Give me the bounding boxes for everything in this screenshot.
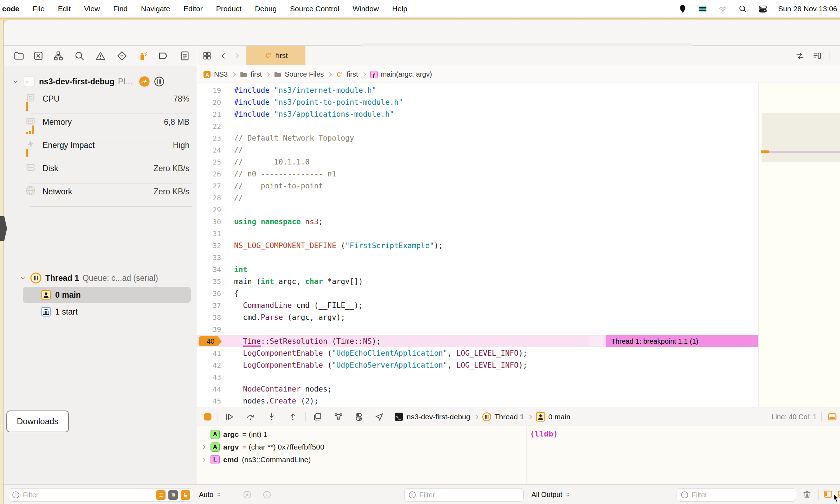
disclosure-chevron-icon[interactable] (12, 78, 19, 85)
find-navigator-icon[interactable] (74, 50, 85, 62)
breakpoint-actions-pill[interactable] (589, 336, 603, 346)
line-number[interactable]: 32 (197, 240, 225, 252)
line-number[interactable]: 42 (197, 359, 225, 371)
menu-navigate[interactable]: Navigate (141, 5, 170, 13)
source-control-navigator-icon[interactable] (33, 50, 44, 62)
debug-crumb-item[interactable]: Thread 1 (482, 412, 524, 422)
jumpbar-item[interactable]: fmain(argc, argv) (370, 70, 432, 79)
console-view[interactable]: (lldb) (526, 426, 840, 484)
app-logo-icon[interactable] (678, 4, 687, 14)
line-number[interactable]: 34 (197, 264, 225, 276)
jumpbar-item[interactable]: Source Files (273, 70, 324, 79)
line-number[interactable]: 45 (197, 395, 225, 407)
memory-graph-icon[interactable] (334, 412, 343, 422)
spotlight-search-icon[interactable] (738, 4, 748, 14)
stack-frame-1[interactable]: 1 start (23, 304, 191, 320)
line-number[interactable]: 21 (197, 108, 225, 120)
gauge-memory[interactable]: Memory6,8 MB (30, 114, 192, 137)
line-number[interactable]: 26 (197, 168, 225, 180)
process-row[interactable]: >_ ns3-dev-first-debug PI... (4, 74, 197, 89)
variable-row-argc[interactable]: Aargc= (int) 1 (197, 428, 526, 441)
jumpbar-item[interactable]: C+first (335, 70, 358, 79)
gauge-cpu[interactable]: CPU78% (30, 91, 192, 114)
clear-console-icon[interactable] (802, 490, 812, 499)
line-number[interactable]: 22 (197, 120, 225, 132)
continue-icon[interactable] (225, 412, 234, 422)
menu-file[interactable]: File (33, 5, 45, 13)
breakpoint-marker[interactable]: 40 (199, 336, 222, 346)
menu-find[interactable]: Find (113, 5, 128, 13)
disclosure-chevron-icon[interactable] (201, 444, 207, 450)
breakpoints-toggle-icon[interactable] (203, 412, 213, 422)
debug-crumb-item[interactable]: >_ns3-dev-first-debug (394, 412, 470, 422)
breakpoint-navigator-icon[interactable] (157, 50, 169, 62)
back-button[interactable] (219, 51, 228, 60)
line-number[interactable]: 35 (197, 276, 225, 287)
project-navigator-icon[interactable] (13, 50, 25, 62)
line-number[interactable]: 38 (197, 311, 225, 323)
line-number[interactable]: 30 (197, 216, 225, 228)
forward-button[interactable] (232, 51, 241, 60)
step-into-icon[interactable] (267, 412, 277, 422)
jumpbar-item[interactable]: first (239, 70, 262, 79)
line-number[interactable]: 43 (197, 371, 225, 383)
line-number[interactable]: 20 (197, 96, 225, 108)
gauge-badge-icon[interactable] (139, 76, 150, 87)
control-center-icon[interactable] (758, 4, 768, 14)
line-number[interactable]: 28 (197, 192, 225, 204)
console-filter-field[interactable] (677, 488, 796, 502)
line-number[interactable]: 24 (197, 144, 225, 156)
tab-first[interactable]: C+ first (246, 46, 305, 65)
related-items-icon[interactable] (795, 51, 805, 60)
gauge-disk[interactable]: DiskZero KB/s (30, 160, 192, 183)
line-number[interactable]: 41 (197, 347, 225, 359)
console-output-popup[interactable]: All Output (531, 485, 571, 504)
jumpbar-item[interactable]: ANS3 (203, 70, 228, 79)
thread-row[interactable]: Thread 1 Queue: c...ad (serial) (4, 270, 197, 286)
source-editor[interactable]: 19#include "ns3/internet-module.h"20#inc… (197, 83, 758, 407)
debug-area-toggle-icon[interactable] (827, 412, 837, 422)
menu-product[interactable]: Product (216, 5, 241, 13)
issue-navigator-icon[interactable] (95, 50, 106, 62)
disclosure-chevron-icon[interactable] (19, 274, 26, 282)
line-number[interactable]: 39 (197, 323, 225, 335)
line-number[interactable]: 44 (197, 383, 225, 395)
variables-scope-popup[interactable]: Auto (199, 485, 222, 504)
environment-overrides-icon[interactable] (354, 412, 364, 422)
line-number[interactable]: 23 (197, 132, 225, 144)
gauge-energy-impact[interactable]: Energy ImpactHigh (30, 137, 192, 160)
line-number[interactable]: 36 (197, 287, 225, 299)
report-navigator-icon[interactable] (179, 50, 190, 62)
menu-edit[interactable]: Edit (58, 5, 71, 13)
menu-view[interactable]: View (84, 5, 100, 13)
sidebar-filter-input[interactable] (23, 491, 153, 499)
disclosure-chevron-icon[interactable] (201, 457, 207, 463)
menu-app[interactable]: code (2, 5, 19, 13)
tab-overview-icon[interactable] (202, 51, 212, 61)
filter-flag-button[interactable] (156, 490, 166, 500)
variable-row-cmd[interactable]: Lcmd(ns3::CommandLine) (197, 453, 526, 466)
step-out-icon[interactable] (288, 412, 298, 422)
console-filter-input[interactable] (692, 491, 793, 499)
debug-crumb-item[interactable]: 0 main (536, 412, 570, 422)
filter-crashed-button[interactable] (181, 490, 190, 500)
sidebar-filter-field[interactable] (8, 488, 193, 502)
simulate-location-icon[interactable] (374, 412, 384, 422)
line-number[interactable]: 29 (197, 204, 225, 216)
downloads-button[interactable]: Downloads (6, 411, 69, 432)
line-number[interactable]: 27 (197, 180, 225, 192)
menu-window[interactable]: Window (353, 5, 379, 13)
menu-source-control[interactable]: Source Control (290, 5, 339, 13)
variables-filter-field[interactable] (404, 488, 524, 502)
info-icon[interactable] (262, 490, 272, 499)
minimap[interactable] (758, 83, 840, 407)
menu-help[interactable]: Help (392, 5, 407, 13)
line-number[interactable]: 19 (197, 84, 225, 96)
quicklook-icon[interactable] (243, 490, 252, 499)
variables-view[interactable]: Aargc= (int) 1Aargv= (char **) 0x7ffeefb… (197, 426, 526, 484)
test-navigator-icon[interactable] (116, 50, 128, 62)
gauge-network[interactable]: NetworkZero KB/s (30, 183, 192, 207)
line-number[interactable]: 33 (197, 252, 225, 264)
line-number[interactable]: 37 (197, 299, 225, 311)
line-number[interactable]: 31 (197, 228, 225, 240)
